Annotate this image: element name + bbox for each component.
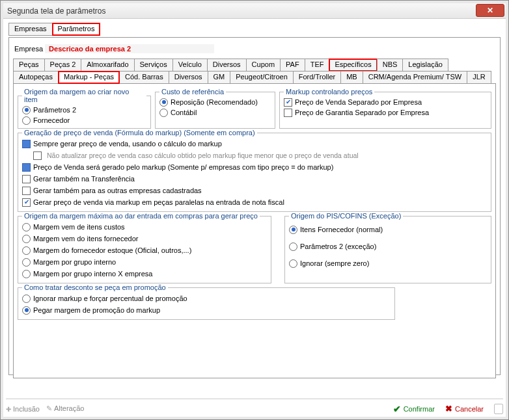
radio-promo-2[interactable] (22, 306, 31, 315)
tab-tef[interactable]: TEF (305, 59, 330, 72)
tab-markup-pecas[interactable]: Markup - Peças (58, 71, 120, 84)
radio-parametros2-label[interactable]: Parâmetros 2 (33, 105, 76, 115)
tab-cod-barras[interactable]: Cód. Barras (119, 71, 169, 84)
alteracao-label: Alteração (54, 404, 84, 412)
radio-reposicao[interactable] (159, 98, 168, 107)
tab-legislacao[interactable]: Legislação (402, 59, 448, 72)
tab-paf[interactable]: PAF (280, 59, 305, 72)
check-sempre-gerar-label[interactable]: Sempre gerar preço de venda, usando o cá… (33, 138, 222, 149)
radio-contabil-label[interactable]: Contábil (171, 107, 197, 118)
check-gerar-paralelas[interactable] (22, 198, 31, 207)
check-sempre-gerar[interactable] (22, 140, 31, 148)
group-geracao-legend: Geração de preço de venda (Fórmula do ma… (22, 129, 257, 137)
content-area: Empresas Parâmetros Empresa Descricao da… (3, 19, 506, 386)
radio-pis-1-label[interactable]: Itens Fornecedor (normal) (300, 224, 383, 235)
sub-tabs-2: Autopeças Markup - Peças Cód. Barras Div… (13, 71, 496, 84)
tab-parametros[interactable]: Parâmetros (52, 23, 101, 36)
radio-origem-max-5[interactable] (22, 270, 31, 278)
tab-peugeot[interactable]: Peugeot/Citroen (230, 71, 294, 84)
confirmar-button[interactable]: Confirmar (393, 404, 435, 414)
inclusao-button[interactable]: Inclusão (6, 405, 40, 413)
radio-origem-max-4-label[interactable]: Margem por grupo interno (33, 257, 116, 267)
group-promo-legend: Como tratar desconto se peça em promoção (22, 283, 168, 291)
radio-pis-3-label[interactable]: Ignorar (sempre zero) (300, 258, 369, 269)
tab-empresas[interactable]: Empresas (8, 23, 53, 36)
check-nao-atualizar-label[interactable]: Não atualizar preço de venda caso cálcul… (47, 150, 359, 161)
empresa-label: Empresa (14, 45, 43, 53)
tab-pecas[interactable]: Peças (13, 59, 45, 72)
tab-nbs[interactable]: NBS (377, 59, 404, 72)
footer-bar: Inclusão Alteração Confirmar Cancelar (6, 399, 503, 415)
group-geracao: Geração de preço de venda (Fórmula do ma… (18, 133, 491, 212)
confirmar-label: Confirmar (404, 405, 435, 413)
tab-jlr[interactable]: JLR (467, 71, 491, 84)
check-preco-venda-emp[interactable] (284, 98, 292, 107)
radio-reposicao-label[interactable]: Reposição (Recomendado) (171, 97, 258, 107)
radio-origem-max-4[interactable] (22, 258, 31, 267)
check-preco-venda-emp-label[interactable]: Preço de Venda Separado por Empresa (295, 97, 422, 107)
group-pis-cofins: Origem do PIS/COFINS (Exceção) Itens For… (284, 216, 491, 283)
empresa-row: Empresa Descricao da empresa 2 (14, 44, 495, 53)
check-gerar-outras-emp-label[interactable]: Gerar também para as outras empresas cad… (33, 185, 202, 196)
group-origem-margem: Origem da margem ao criar novo item Parâ… (18, 88, 151, 129)
check-gerar-paralelas-label[interactable]: Gerar preço de venda via markup em peças… (33, 197, 284, 207)
alteracao-button[interactable]: Alteração (46, 404, 84, 413)
radio-pis-1[interactable] (289, 226, 297, 234)
radio-promo-1[interactable] (22, 295, 31, 303)
radio-fornecedor[interactable] (22, 116, 31, 125)
radio-pis-3[interactable] (289, 259, 297, 268)
tab-diversos[interactable]: Diversos (207, 59, 247, 72)
tab-veiculo[interactable]: Veículo (172, 59, 208, 72)
radio-origem-max-2[interactable] (22, 235, 31, 243)
group-pis-cofins-legend: Origem do PIS/COFINS (Exceção) (289, 212, 403, 220)
tab-mb[interactable]: MB (340, 71, 363, 84)
collapse-icon[interactable] (494, 404, 503, 414)
empresa-desc: Descricao da empresa 2 (45, 44, 214, 53)
top-group-row: Origem da margem ao criar novo item Parâ… (18, 88, 491, 129)
group-promo: Como tratar desconto se peça em promoção… (18, 287, 395, 320)
cancelar-label: Cancelar (455, 405, 484, 413)
tab-especificos[interactable]: Específicos (329, 59, 377, 72)
close-icon: ✕ (487, 6, 493, 15)
radio-origem-max-3-label[interactable]: Margem do fornecedor estoque (Oficial, o… (33, 245, 191, 256)
tab-diversos2[interactable]: Diversos (169, 71, 208, 84)
tab-almoxarifado[interactable]: Almoxarifado (81, 59, 134, 72)
check-preco-markup-label[interactable]: Preço de Venda será gerado pelo markup (… (33, 162, 333, 172)
radio-contabil[interactable] (159, 109, 168, 117)
radio-pis-2[interactable] (289, 243, 297, 251)
radio-fornecedor-label[interactable]: Fornecedor (33, 115, 70, 125)
group-origem-max: Origem da margem máxima ao dar entrada e… (18, 216, 271, 283)
radio-parametros2[interactable] (22, 106, 31, 114)
group-custo-ref: Custo de referência Reposição (Recomenda… (155, 88, 275, 129)
radio-origem-max-2-label[interactable]: Margem vem do itens fornecedor (33, 233, 138, 244)
check-preco-markup[interactable] (22, 163, 31, 172)
window-frame: Segunda tela de parâmetros ✕ Empresas Pa… (0, 0, 509, 420)
check-nao-atualizar[interactable] (33, 151, 42, 160)
check-gerar-outras-emp[interactable] (22, 187, 31, 195)
mid-two-col: Origem da margem máxima ao dar entrada e… (18, 216, 491, 287)
radio-origem-max-5-label[interactable]: Margem por grupo interno X empresa (33, 269, 152, 279)
radio-promo-2-label[interactable]: Pegar margem de promoção do markup (33, 305, 160, 315)
radio-origem-max-1-label[interactable]: Margem vem de itens custos (33, 222, 125, 232)
tab-autopecas[interactable]: Autopeças (13, 71, 59, 84)
window-title: Segunda tela de parâmetros (7, 7, 105, 16)
check-preco-garantia-emp[interactable] (284, 109, 292, 117)
group-origem-margem-legend: Origem da margem ao criar novo item (22, 88, 146, 103)
close-button[interactable]: ✕ (476, 4, 504, 17)
check-preco-garantia-emp-label[interactable]: Preço de Garantia Separado por Empresa (295, 107, 429, 118)
radio-promo-1-label[interactable]: Ignorar markup e forçar percentual de pr… (33, 293, 187, 304)
check-gerar-transfer-label[interactable]: Gerar também na Transferência (33, 174, 135, 184)
top-tabs: Empresas Parâmetros (8, 23, 501, 36)
tab-gm[interactable]: GM (208, 71, 231, 84)
tab-pecas2[interactable]: Peças 2 (44, 59, 82, 72)
tab-cupom[interactable]: Cupom (246, 59, 281, 72)
tab-servicos[interactable]: Serviços (134, 59, 173, 72)
radio-origem-max-1[interactable] (22, 223, 31, 231)
tab-ford[interactable]: Ford/Troller (293, 71, 341, 84)
tab-crm[interactable]: CRM/Agenda Premium/ TSW (363, 71, 467, 84)
cancelar-button[interactable]: Cancelar (445, 404, 484, 413)
radio-origem-max-3[interactable] (22, 246, 31, 255)
subpanel-markup: Origem da margem ao criar novo item Parâ… (13, 83, 496, 378)
radio-pis-2-label[interactable]: Parâmetros 2 (exceção) (300, 241, 376, 252)
check-gerar-transfer[interactable] (22, 175, 31, 183)
